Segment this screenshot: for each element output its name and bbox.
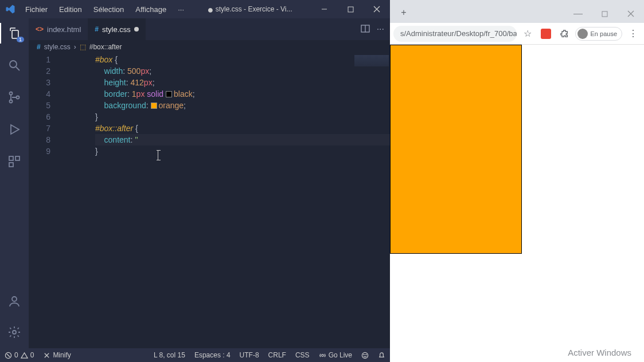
breadcrumb-file: style.css (44, 43, 71, 51)
warning-count: 0 (30, 351, 34, 359)
window-title-text: style.css - Exercice - Vi... (216, 5, 292, 13)
svg-rect-9 (9, 156, 13, 160)
bookmark-star-icon[interactable]: ☆ (520, 26, 535, 41)
html-file-icon: <> (36, 25, 44, 33)
new-tab-button[interactable]: + (398, 5, 409, 21)
feedback-icon[interactable] (357, 352, 373, 359)
css-file-icon: # (37, 43, 41, 51)
activity-bar: 1 (0, 18, 29, 348)
split-editor-icon[interactable] (361, 24, 370, 35)
svg-rect-10 (15, 156, 19, 160)
chrome-window-controls: — (565, 5, 644, 23)
menu-bar: Fichier Edition Sélection Affichage ··· (21, 3, 189, 16)
svg-point-7 (10, 100, 13, 103)
svg-point-12 (12, 297, 17, 301)
menu-edit[interactable]: Edition (54, 3, 87, 16)
menu-file[interactable]: Fichier (21, 3, 52, 16)
source-control-icon[interactable] (0, 87, 29, 108)
menu-more[interactable]: ··· (173, 3, 189, 16)
profile-button[interactable]: En pause (575, 27, 622, 41)
go-live-status[interactable]: Go Live (314, 351, 357, 359)
explorer-badge: 1 (17, 37, 24, 42)
chrome-titlebar: + — (390, 0, 644, 23)
avatar-icon (577, 29, 588, 39)
window-controls (311, 0, 390, 18)
run-debug-icon[interactable] (0, 119, 29, 140)
explorer-icon[interactable]: 1 (0, 23, 29, 44)
svg-line-17 (7, 353, 10, 357)
problems-status[interactable]: 0 0 (0, 351, 38, 359)
vscode-window: Fichier Edition Sélection Affichage ··· … (0, 0, 390, 362)
close-button[interactable] (364, 0, 390, 18)
page-content: Activer Windows (390, 45, 644, 362)
maximize-button[interactable] (337, 0, 364, 18)
notifications-icon[interactable] (373, 352, 390, 359)
maximize-button[interactable] (591, 5, 618, 23)
breadcrumb[interactable]: # style.css › ⬚ #box::after (29, 40, 390, 54)
error-count: 0 (14, 351, 18, 359)
eol-status[interactable]: CRLF (264, 351, 291, 359)
code-content: #box { width: 500px; height: 412px; bord… (61, 54, 390, 157)
svg-point-21 (362, 352, 368, 358)
text-cursor-icon (158, 150, 158, 160)
extensions-puzzle-icon[interactable] (557, 26, 572, 41)
svg-line-5 (16, 67, 19, 70)
menu-selection[interactable]: Sélection (89, 3, 128, 16)
svg-point-20 (321, 354, 323, 356)
tab-label: index.html (47, 25, 81, 34)
dirty-indicator-icon (134, 27, 139, 32)
svg-rect-11 (9, 163, 13, 167)
tab-style-css[interactable]: #style.css (88, 18, 146, 40)
tab-label: style.css (102, 25, 131, 34)
svg-point-22 (364, 354, 364, 355)
editor-tabs: <>index.html #style.css ··· (29, 18, 390, 40)
tab-index-html[interactable]: <>index.html (29, 18, 88, 40)
indentation-status[interactable]: Espaces : 4 (190, 351, 235, 359)
settings-gear-icon[interactable] (0, 322, 29, 343)
menu-view[interactable]: Affichage (131, 3, 171, 16)
cursor-position[interactable]: L 8, col 15 (149, 351, 190, 359)
account-icon[interactable] (0, 291, 29, 312)
chrome-toolbar: s/Administrateur/Desktop/fr_700/backgr… … (390, 23, 644, 45)
svg-rect-24 (602, 11, 607, 17)
unsaved-dot-icon: ● (208, 4, 214, 15)
svg-point-23 (366, 354, 366, 355)
language-status[interactable]: CSS (291, 351, 314, 359)
address-bar[interactable]: s/Administrateur/Desktop/fr_700/backgr… (393, 26, 517, 42)
profile-label: En pause (591, 30, 617, 37)
svg-point-13 (13, 330, 16, 334)
chevron-right-icon: › (74, 43, 76, 51)
chrome-window: + — s/Administrateur/Desktop/fr_700/back… (390, 0, 644, 362)
minimize-button[interactable]: — (565, 5, 591, 23)
close-button[interactable] (618, 5, 644, 23)
line-numbers: 123456789 (29, 54, 61, 157)
minimize-button[interactable] (311, 0, 337, 18)
css-file-icon: # (95, 25, 99, 33)
minify-status[interactable]: Minify (38, 351, 75, 359)
svg-point-4 (10, 61, 17, 68)
rendered-box (390, 45, 522, 254)
svg-point-8 (17, 96, 19, 99)
extension-icon[interactable] (538, 26, 553, 41)
status-bar: 0 0 Minify L 8, col 15 Espaces : 4 UTF-8… (0, 348, 390, 362)
symbol-icon: ⬚ (80, 43, 86, 51)
vscode-logo-icon (0, 4, 21, 14)
extensions-icon[interactable] (0, 151, 29, 172)
code-editor[interactable]: 123456789 #box { width: 500px; height: 4… (29, 54, 390, 348)
svg-rect-1 (348, 7, 353, 12)
editor-area: <>index.html #style.css ··· # style.css … (29, 18, 390, 348)
svg-point-6 (10, 92, 13, 95)
windows-watermark: Activer Windows (568, 348, 631, 357)
more-actions-icon[interactable]: ··· (377, 24, 384, 34)
breadcrumb-symbol: #box::after (89, 43, 122, 51)
search-icon[interactable] (0, 55, 29, 76)
titlebar: Fichier Edition Sélection Affichage ··· … (0, 0, 390, 18)
window-title: ● style.css - Exercice - Vi... (189, 5, 311, 13)
url-text: s/Administrateur/Desktop/fr_700/backgr… (400, 29, 517, 38)
encoding-status[interactable]: UTF-8 (235, 351, 264, 359)
chrome-menu-icon[interactable]: ⋮ (626, 26, 641, 41)
